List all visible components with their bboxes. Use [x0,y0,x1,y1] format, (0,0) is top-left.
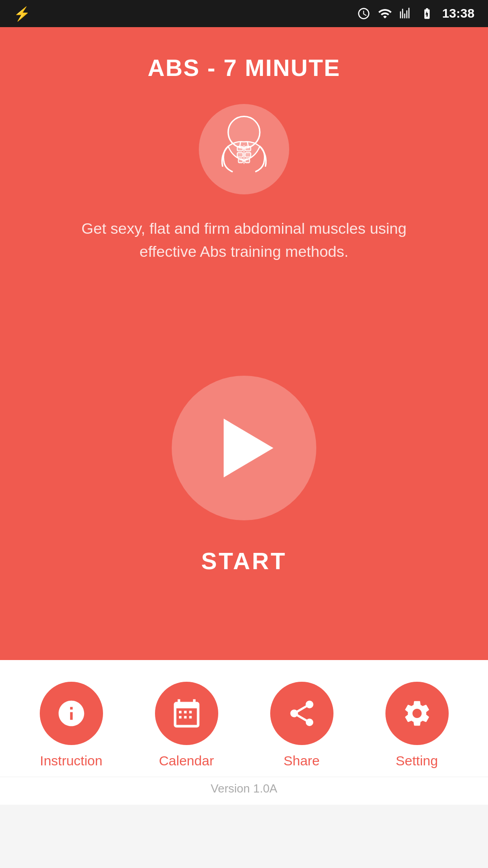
gear-icon [402,698,432,729]
description-text: Get sexy, flat and firm abdominal muscle… [63,217,425,263]
nav-item-setting[interactable]: Setting [385,682,449,769]
version-text: Version 1.0A [211,782,277,805]
calendar-icon [171,698,202,729]
calendar-label: Calendar [159,753,214,769]
wifi-icon [378,6,392,21]
svg-rect-6 [245,159,250,163]
share-icon [286,698,317,729]
battery-icon [419,7,435,20]
nav-item-calendar[interactable]: Calendar [155,682,218,769]
calendar-icon-circle [155,682,218,745]
instruction-label: Instruction [40,753,102,769]
svg-rect-5 [239,159,243,163]
divider [0,777,488,777]
play-triangle-icon [224,419,273,477]
status-bar-left: ⚡ [14,6,30,22]
svg-rect-4 [245,153,251,157]
signal-icon [399,7,412,20]
svg-rect-3 [237,153,243,157]
share-icon-circle [270,682,333,745]
main-area: ABS - 7 MINUTE [0,27,488,805]
abs-body-icon [215,115,273,183]
play-button[interactable] [172,376,316,520]
share-label: Share [283,753,319,769]
start-label: START [201,547,286,575]
play-button-container: START [172,290,316,660]
setting-label: Setting [396,753,438,769]
time-display: 13:38 [442,6,474,21]
status-bar: ⚡ 13:38 [0,0,488,27]
nav-item-instruction[interactable]: Instruction [40,682,103,769]
nav-items: Instruction Calendar Share [0,660,488,777]
setting-icon-circle [385,682,449,745]
abs-icon-circle [199,104,289,194]
usb-icon: ⚡ [14,6,30,22]
red-section: ABS - 7 MINUTE [0,27,488,660]
instruction-icon-circle [40,682,103,745]
alarm-icon [357,7,371,20]
app-title: ABS - 7 MINUTE [148,54,341,81]
info-icon [56,698,87,729]
nav-item-share[interactable]: Share [270,682,333,769]
status-bar-right: 13:38 [357,6,474,21]
bottom-nav: Instruction Calendar Share [0,660,488,805]
